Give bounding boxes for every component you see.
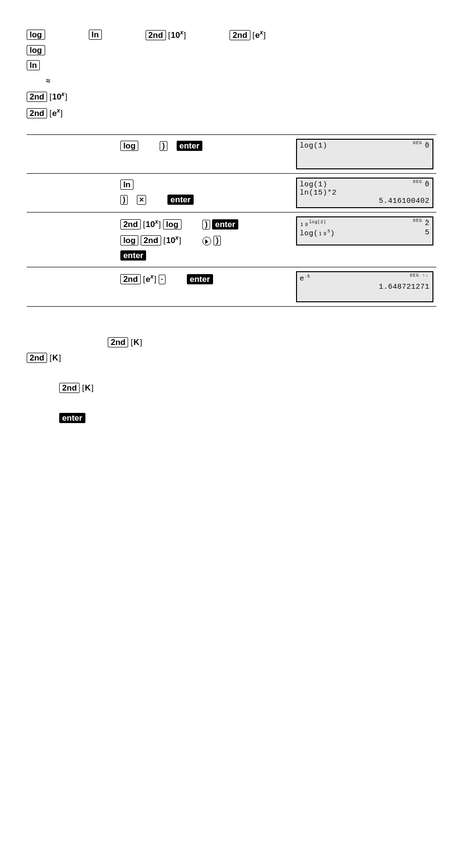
screen-cell: DEG ↑↓ e.5 1.648721271 — [293, 267, 436, 307]
top-key-row: log ln 2nd 10x 2nd ex — [27, 29, 436, 40]
times-key: × — [137, 195, 146, 205]
example-label: 10^log2 log 10^5 — [27, 213, 117, 267]
screen-text: ₁₀log(2) — [300, 219, 326, 229]
screen-text: log(₁₀5) — [300, 229, 335, 238]
second-key: 2nd — [141, 235, 161, 246]
enter-key: enter — [167, 195, 194, 205]
calculator-screen: DEG ↑↓ e.5 1.648721271 — [296, 271, 433, 302]
example-label: ln 15 × 2 — [27, 174, 117, 213]
ten-to-x-fn: 10x — [50, 90, 67, 103]
enter-key: enter — [212, 219, 238, 229]
example-label: e^.5 — [27, 267, 117, 307]
key-sequence: 2nd ex · enter — [117, 267, 293, 307]
desc-ex: 2nd ex raises e to the power you specify… — [27, 106, 436, 120]
key-sequence: ln ) × enter — [117, 174, 293, 213]
e-to-x-fn: ex — [252, 29, 266, 40]
log-key: log — [163, 219, 182, 229]
k-fn: K — [50, 351, 61, 364]
screen-indicator: DEG ↑ — [413, 218, 429, 223]
rparen-key: ) — [160, 141, 167, 151]
log-key: log — [27, 30, 45, 40]
screen-cell: DEG ↑ log(1)0 ln(15)*2 5.416100402 — [293, 174, 436, 213]
desc-tenx: 2nd 10x raises 10 to the power you speci… — [27, 90, 436, 103]
ten-to-x-fn: 10x — [168, 29, 186, 40]
constant-section: Constant 2nd K 2nd K turns Constant feat… — [27, 336, 436, 453]
second-key: 2nd — [27, 92, 47, 102]
enter-key: enter — [120, 250, 147, 261]
table-row: ln 15 × 2 ln ) × enter DEG ↑ log(1)0 ln(… — [27, 174, 436, 213]
calculator-screen: DEG ↑ log(1)0 — [296, 139, 433, 169]
calculator-screen: DEG ↑ ₁₀log(2)2 log(₁₀5)5 — [296, 216, 433, 246]
enter-key: enter — [59, 413, 85, 423]
log-key: log — [120, 235, 139, 246]
second-key: 2nd — [27, 108, 47, 118]
ln-key: ln — [27, 60, 40, 70]
desc-approx: ≈ 2.718281828459). — [27, 75, 436, 87]
key-sequence: log ) enter — [117, 135, 293, 174]
right-arrow-icon — [202, 237, 211, 246]
screen-indicator: DEG ↑↓ — [410, 273, 429, 278]
second-key: 2nd — [108, 337, 128, 347]
screen-indicator: DEG ↑ — [413, 180, 429, 184]
second-key: 2nd — [230, 30, 250, 40]
table-row: 10^log2 log 10^5 2nd 10x log ) enter log… — [27, 213, 436, 267]
second-key: 2nd — [146, 30, 166, 40]
enter-key: enter — [177, 141, 203, 151]
desc-ln: ln yields the logarithm of a number ot t… — [27, 59, 436, 72]
ten-to-x-fn: 10x — [143, 216, 161, 232]
desc-log: log yields the common logarithm of a num… — [27, 44, 436, 57]
dot-key: · — [159, 275, 165, 284]
ln-key: ln — [89, 30, 102, 40]
second-key: 2nd — [27, 353, 47, 363]
ten-to-x-fn: 10x — [164, 232, 182, 248]
k-fn: K — [131, 336, 142, 349]
example-label: log 1 — [27, 135, 117, 174]
table-row: e^.5 2nd ex · enter DEG ↑↓ e.5 1.6487212… — [27, 267, 436, 307]
screen-cell: DEG ↑ log(1)0 — [293, 135, 436, 174]
k-fn: K — [82, 381, 94, 394]
e-to-x-fn: ex — [50, 106, 63, 120]
ln-key: ln — [120, 180, 133, 190]
key-sequence: 2nd 10x log ) enter log 2nd 10x ) enter — [117, 213, 293, 267]
second-key: 2nd — [120, 219, 141, 229]
rparen-key: ) — [202, 220, 210, 229]
log-key: log — [120, 141, 139, 151]
table-row: log 1 log ) enter DEG ↑ log(1)0 — [27, 135, 436, 174]
rparen-key: ) — [214, 236, 221, 246]
e-to-x-fn: ex — [143, 271, 157, 287]
page-root: log ln 2nd 10x 2nd ex log yields the com… — [0, 0, 463, 484]
rparen-key: ) — [120, 195, 128, 205]
second-key: 2nd — [120, 274, 141, 284]
screen-cell: DEG ↑ ₁₀log(2)2 log(₁₀5)5 — [293, 213, 436, 267]
screen-indicator: DEG ↑ — [413, 141, 429, 146]
second-key: 2nd — [59, 383, 80, 393]
calculator-screen: DEG ↑ log(1)0 ln(15)*2 5.416100402 — [296, 178, 433, 208]
log-key: log — [27, 45, 45, 55]
examples-table: log 1 log ) enter DEG ↑ log(1)0 — [27, 134, 436, 307]
enter-key: enter — [187, 274, 213, 284]
